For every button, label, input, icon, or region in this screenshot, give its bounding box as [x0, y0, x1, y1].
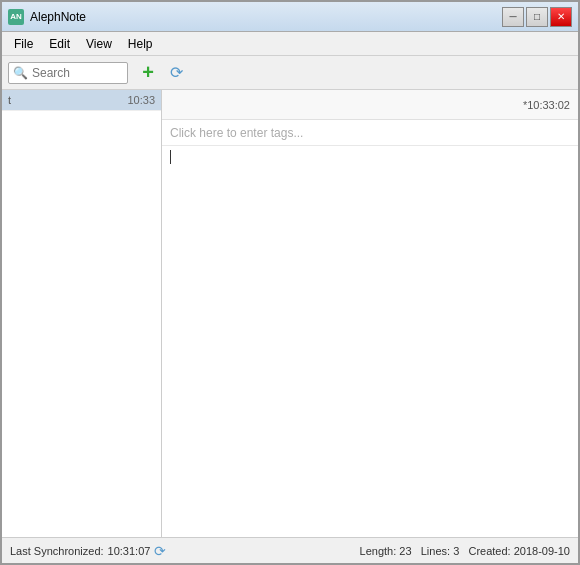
toolbar: 🔍 + ⟳ — [2, 56, 578, 90]
menu-bar: File Edit View Help — [2, 32, 578, 56]
refresh-icon[interactable]: ⟳ — [154, 543, 166, 559]
app-title: AlephNote — [30, 10, 86, 24]
sync-button[interactable]: ⟳ — [164, 61, 188, 85]
menu-help[interactable]: Help — [120, 35, 161, 53]
title-bar: AN AlephNote ─ □ ✕ — [2, 2, 578, 32]
maximize-button[interactable]: □ — [526, 7, 548, 27]
main-content: t 10:33 *10:33:02 Click here to enter ta… — [2, 90, 578, 537]
close-button[interactable]: ✕ — [550, 7, 572, 27]
add-note-button[interactable]: + — [136, 61, 160, 85]
app-icon: AN — [8, 9, 24, 25]
status-left: Last Synchronized: 10:31:07 ⟳ — [10, 543, 166, 559]
tags-bar[interactable]: Click here to enter tags... — [162, 120, 578, 146]
editor-header: *10:33:02 — [162, 90, 578, 120]
menu-view[interactable]: View — [78, 35, 120, 53]
main-window: AN AlephNote ─ □ ✕ File Edit View Help 🔍… — [0, 0, 580, 565]
note-item[interactable]: t 10:33 — [2, 90, 161, 111]
note-icon: t — [8, 94, 11, 106]
menu-edit[interactable]: Edit — [41, 35, 78, 53]
created-label: Created: — [468, 545, 510, 557]
sync-time: 10:31:07 — [108, 545, 151, 557]
editor-panel: *10:33:02 Click here to enter tags... — [162, 90, 578, 537]
lines-label: Lines: — [421, 545, 450, 557]
search-input[interactable] — [32, 66, 117, 80]
note-time: 10:33 — [127, 94, 155, 106]
title-bar-left: AN AlephNote — [8, 9, 86, 25]
tags-placeholder: Click here to enter tags... — [170, 126, 570, 140]
status-bar: Last Synchronized: 10:31:07 ⟳ Length: 23… — [2, 537, 578, 563]
menu-file[interactable]: File — [6, 35, 41, 53]
editor-body[interactable] — [162, 146, 578, 537]
created-value: 2018-09-10 — [514, 545, 570, 557]
note-title-input[interactable] — [170, 97, 523, 112]
minimize-button[interactable]: ─ — [502, 7, 524, 27]
status-right: Length: 23 Lines: 3 Created: 2018-09-10 — [360, 545, 570, 557]
length-value: 23 — [399, 545, 411, 557]
search-box[interactable]: 🔍 — [8, 62, 128, 84]
window-controls: ─ □ ✕ — [502, 7, 572, 27]
text-cursor — [170, 150, 171, 164]
note-timestamp: *10:33:02 — [523, 99, 570, 111]
sync-label: Last Synchronized: — [10, 545, 104, 557]
notes-list[interactable]: t 10:33 — [2, 90, 162, 537]
length-label: Length: — [360, 545, 397, 557]
search-icon: 🔍 — [13, 66, 28, 80]
lines-value: 3 — [453, 545, 459, 557]
